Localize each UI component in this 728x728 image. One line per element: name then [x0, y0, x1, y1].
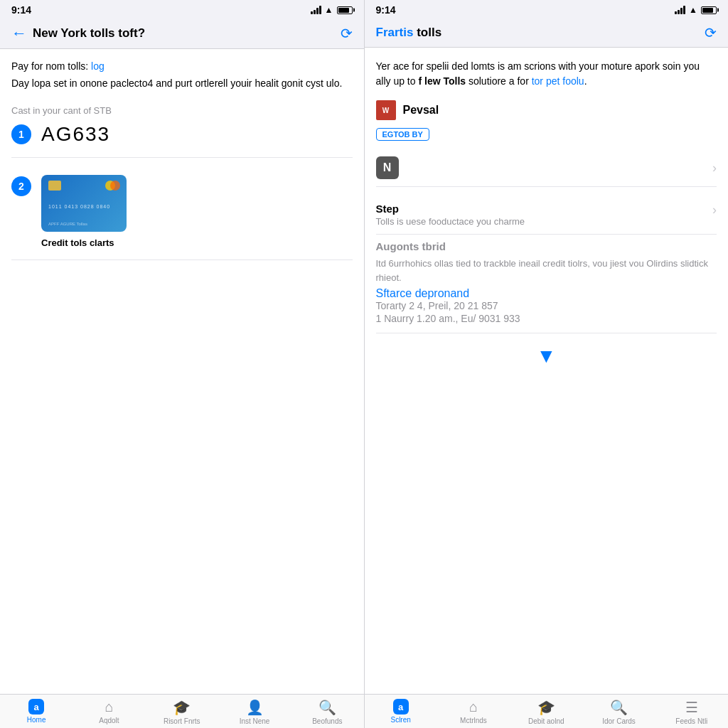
- brand-logo: W: [376, 100, 396, 120]
- left-tab-inst[interactable]: 👤 Inst Nene: [218, 699, 291, 725]
- step-2-content: 1011 0413 0828 0840 APFF AGURE Tollas Cr…: [41, 175, 353, 248]
- date-2: 1 Naurry 1.20 am., Eu/ 9031 933: [376, 313, 717, 324]
- back-button[interactable]: ←: [11, 24, 27, 43]
- chevron-right-icon-2: ›: [712, 203, 717, 218]
- down-arrow-icon: ▼: [536, 345, 556, 368]
- step-title: Step: [376, 203, 713, 215]
- left-page-title: New York tolls toft?: [33, 26, 341, 41]
- right-intro-text: Yer ace for spelii ded lomts is am scrio…: [376, 59, 717, 89]
- left-status-icons: ▲: [311, 5, 353, 15]
- right-title-blue: Frartis: [376, 26, 414, 39]
- left-screen: 9:14 ▲ ← New York tolls toft? ⟳: [0, 0, 365, 728]
- left-content: Pay for nom tolls: log Day lopa set in o…: [0, 49, 364, 694]
- left-nav-bar: ← New York tolls toft? ⟳: [0, 18, 364, 49]
- right-nav-bar: Frartis tolls ⟳: [365, 18, 729, 48]
- badge: EGTOB BY: [376, 128, 429, 141]
- down-arrow-container: ▼: [376, 345, 717, 368]
- right-tab-sclren-label: Sclren: [390, 716, 410, 724]
- n-icon: N: [376, 156, 399, 179]
- left-tab-home-label: Home: [27, 716, 46, 724]
- left-tab-risort[interactable]: 🎓 Risort Fnrts: [146, 699, 218, 725]
- left-section-label: Cast in your cant of STB: [11, 105, 353, 116]
- right-intro-link[interactable]: tor pet foolu: [532, 75, 584, 87]
- feeds-icon: ☰: [685, 699, 698, 716]
- step-1-item: 1 AG633: [11, 123, 353, 158]
- right-tab-idor-label: Idor Cards: [602, 717, 636, 725]
- detail-text: Itd 6urrhohics ollas tied to trackble in…: [376, 257, 717, 284]
- right-wifi-icon: ▲: [689, 5, 697, 15]
- left-battery-icon: [337, 6, 353, 14]
- right-tab-feeds[interactable]: ☰ Feeds Ntli: [655, 699, 728, 725]
- brand-row: W Pevsal: [376, 100, 717, 120]
- right-content: Yer ace for spelii ded lomts is am scrio…: [365, 48, 729, 694]
- right-tab-mctrlnds[interactable]: ⌂ Mctrlnds: [437, 699, 510, 725]
- credit-card-image: 1011 0413 0828 0840 APFF AGURE Tollas: [41, 175, 127, 232]
- mctrlnds-icon: ⌂: [469, 699, 478, 715]
- debit-icon: 🎓: [537, 699, 555, 716]
- right-signal-icon: [675, 6, 685, 14]
- step-1-id: AG633: [41, 123, 353, 146]
- section-title: Augonts tbrid: [376, 240, 717, 252]
- step-1-number: 1: [11, 124, 31, 144]
- left-tab-home[interactable]: a Home: [0, 699, 73, 725]
- date-1: Torarty 2 4, Preil, 20 21 857: [376, 300, 717, 311]
- detail-link[interactable]: Sftarce depronand: [376, 287, 470, 299]
- step-1-content: AG633: [41, 123, 353, 146]
- right-tab-bar: a Sclren ⌂ Mctrlnds 🎓 Debit aolnd 🔍 Idor…: [365, 694, 729, 728]
- left-tab-inst-label: Inst Nene: [240, 717, 270, 725]
- idor-icon: 🔍: [610, 699, 628, 716]
- step-2-label: Credit tols clarts: [41, 237, 353, 248]
- inst-icon: 👤: [246, 699, 264, 716]
- left-tab-aqdolt-label: Aqdolt: [99, 717, 119, 724]
- risort-icon: 🎓: [173, 699, 191, 716]
- home-icon: a: [28, 699, 44, 714]
- left-time: 9:14: [11, 4, 31, 16]
- left-tab-beofunds-label: Beofunds: [312, 717, 342, 725]
- aqdolt-icon: ⌂: [105, 699, 113, 715]
- chevron-right-icon-1: ›: [712, 161, 717, 176]
- left-status-bar: 9:14 ▲: [0, 0, 364, 18]
- right-status-icons: ▲: [675, 5, 717, 15]
- step-2-item: 2 1011 0413 0828 0840 APFF AGURE T: [11, 175, 353, 260]
- left-desc-text: Day lopa set in onone paclecto4 and purt…: [11, 76, 353, 91]
- right-time: 9:14: [376, 4, 396, 16]
- right-status-bar: 9:14 ▲: [365, 0, 729, 18]
- brand-name: Pevsal: [403, 104, 439, 117]
- card-number: 1011 0413 0828 0840: [48, 204, 119, 209]
- left-tab-aqdolt[interactable]: ⌂ Aqdolt: [73, 699, 145, 725]
- right-tab-debit-label: Debit aolnd: [528, 717, 564, 725]
- right-home-icon: a: [393, 699, 409, 714]
- left-tab-risort-label: Risort Fnrts: [164, 717, 200, 725]
- left-tab-bar: a Home ⌂ Aqdolt 🎓 Risort Fnrts 👤 Inst Ne…: [0, 694, 364, 728]
- beofunds-icon: 🔍: [318, 699, 336, 716]
- right-tab-mctrlnds-label: Mctrlnds: [460, 717, 487, 724]
- right-battery-icon: [701, 6, 717, 14]
- left-wifi-icon: ▲: [325, 5, 333, 15]
- step-row[interactable]: Step Tolls is uese fooductace you charme…: [376, 196, 717, 235]
- card-footer: APFF AGURE Tollas: [48, 222, 119, 226]
- card-chip: [48, 181, 61, 191]
- left-intro-link[interactable]: log: [91, 60, 105, 72]
- left-intro-text: Pay for nom tolls: log: [11, 60, 353, 72]
- right-tab-feeds-label: Feeds Ntli: [675, 717, 707, 725]
- step-subtitle: Tolls is uese fooductace you charme: [376, 216, 713, 227]
- left-refresh-button[interactable]: ⟳: [341, 25, 353, 42]
- left-tab-beofunds[interactable]: 🔍 Beofunds: [291, 699, 363, 725]
- right-page-title: Frartis tolls: [376, 26, 705, 40]
- right-tab-debit[interactable]: 🎓 Debit aolnd: [510, 699, 582, 725]
- right-screen: 9:14 ▲ Frartis tolls ⟳: [365, 0, 729, 728]
- right-tab-idor[interactable]: 🔍 Idor Cards: [582, 699, 655, 725]
- left-signal-icon: [311, 6, 321, 14]
- right-tab-sclren[interactable]: a Sclren: [365, 699, 437, 725]
- step-row-content: Step Tolls is uese fooductace you charme: [376, 203, 713, 227]
- n-icon-row: N ›: [376, 149, 717, 187]
- step-2-number: 2: [11, 176, 31, 196]
- right-refresh-button[interactable]: ⟳: [705, 24, 717, 41]
